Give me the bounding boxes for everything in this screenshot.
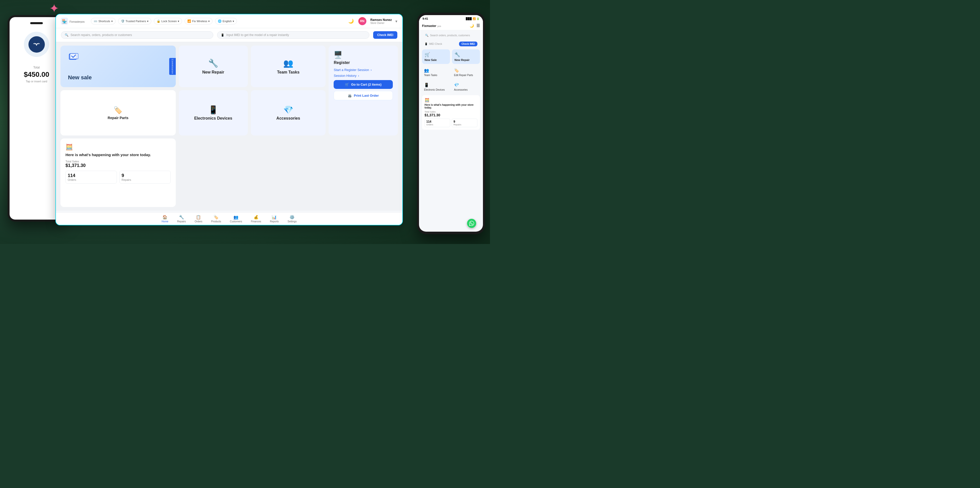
wifi-icon: 📶 [473,17,476,20]
mobile-app-name: Fixmaster [422,24,436,28]
nav-orders[interactable]: 📋 Orders [195,215,202,223]
print-icon: 🖨️ [348,94,352,97]
go-to-cart-button[interactable]: 🛒 Go to Cart (2 items) [334,80,393,89]
user-menu-chevron[interactable]: ▾ [395,19,397,24]
chevron-down-icon: ▾ [111,20,113,23]
desktop-header: 🏪 Fixmasterpos ⌨️ Shortcuts ▾ 🛡️ Trusted… [56,14,402,28]
orders-count: 114 [68,173,115,178]
register-label: Register [334,60,393,65]
nav-reports[interactable]: 📊 Reports [270,215,279,223]
mobile-check-imei-button[interactable]: Check IMEI [459,41,477,46]
mobile-moon-icon[interactable]: 🌙 [469,24,474,28]
shortcuts-icon: ⌨️ [94,19,97,23]
finances-icon: 💰 [254,215,259,219]
nav-finances[interactable]: 💰 Finances [251,215,261,223]
start-register-session-link[interactable]: Start a Register Session › [334,68,393,72]
pos-signal-icon [29,36,45,52]
mobile-imei-icon: 📱 [425,43,428,45]
shortcuts-button[interactable]: ⌨️ Shortcuts ▾ [91,18,115,24]
electronics-icon: 📱 [208,105,218,114]
mobile-imei-row: 📱 IMEI Check Check IMEI [422,41,480,47]
mobile-app-suffix: pos [438,25,441,27]
mobile-team-tasks-icon: 👥 [424,68,429,73]
total-sales-value: $1,371.30 [65,163,171,168]
repairs-stat: 9 Repairs [119,171,171,184]
mobile-screen: 9:41 ▉▉▉ 📶 🔋 Fixmaster pos 🌙 ☰ 🔍 Search … [419,15,483,232]
repairs-label: Repairs [122,178,169,181]
pos-total-label: Total [33,66,40,69]
trusted-partners-button[interactable]: 🛡️ Trusted Partners ▾ [118,18,151,24]
new-repair-label: New Repair [202,70,224,75]
lock-icon: 🔒 [157,19,161,23]
register-icon: 🖥️ [334,51,393,59]
repair-parts-icon: 🏷️ [114,106,123,114]
mobile-menu-icon[interactable]: ☰ [476,23,480,28]
stats-icon: 🧮 [65,143,171,151]
mobile-accessories-shortcut[interactable]: 💎 Accessories [452,81,480,93]
mobile-repairs-count: 9 [453,120,476,123]
battery-icon: 🔋 [476,17,479,20]
orders-stat: 114 Orders [65,171,117,184]
logo-text: Fixmasterpos [70,19,84,24]
mobile-phone: 9:41 ▉▉▉ 📶 🔋 Fixmaster pos 🌙 ☰ 🔍 Search … [417,13,485,234]
search-box[interactable]: 🔍 Search repairs, orders, products or cu… [61,31,213,39]
user-name: Ramses Nunez [371,18,392,22]
sparkle-decoration: ✦ [49,3,62,15]
fix-wireless-button[interactable]: 📶 Fix Wireless ▾ [185,18,213,24]
mobile-electronic-devices-icon: 📱 [424,83,429,87]
check-imei-button[interactable]: Check IMEI [373,31,397,39]
mobile-new-sale-shortcut[interactable]: 🛒 New Sale [422,49,450,64]
mobile-electronic-devices-shortcut[interactable]: 📱 Electronic Devices [422,81,450,93]
mobile-signal: ▉▉▉ 📶 🔋 [466,17,479,20]
nav-repairs[interactable]: 🔧 Repairs [177,215,186,223]
desktop-ui: 🏪 Fixmasterpos ⌨️ Shortcuts ▾ 🛡️ Trusted… [56,14,403,226]
nav-settings[interactable]: ⚙️ Settings [288,215,297,223]
orders-label: Orders [68,178,115,181]
new-repair-icon: 🔧 [208,59,218,68]
mobile-status-bar: 9:41 ▉▉▉ 📶 🔋 [419,15,483,21]
new-repair-card[interactable]: 🔧 New Repair [179,46,248,87]
search-icon: 🔍 [65,33,68,37]
mobile-repairs-label: Repairs [453,123,476,126]
mobile-repairs-stat: 9 Repairs [452,119,477,127]
settings-icon: ⚙️ [290,215,294,219]
bottom-nav: 🏠 Home 🔧 Repairs 📋 Orders 🏷️ Products 👥 … [56,212,402,225]
nav-customers[interactable]: 👥 Customers [230,215,242,223]
whatsapp-button[interactable] [467,219,476,228]
mobile-search[interactable]: 🔍 Search orders, products, customers [422,32,480,38]
nav-home[interactable]: 🏠 Home [162,215,169,223]
language-icon: 🌐 [218,19,221,23]
commission-tab[interactable]: Commission [169,58,176,75]
stats-heading: Here is what's happening with your store… [65,153,171,157]
mobile-team-tasks-shortcut[interactable]: 👥 Team Tasks [422,66,450,79]
new-sale-card[interactable]: New sale Commission [60,46,176,87]
session-history-link[interactable]: Session History › [334,74,393,78]
register-card: 🖥️ Register Start a Register Session › S… [329,46,398,135]
accessories-card[interactable]: 💎 Accessories [251,90,326,135]
mobile-header: Fixmaster pos 🌙 ☰ [419,21,483,30]
mobile-orders-stat: 114 Orders [425,119,450,127]
customers-icon: 👥 [234,215,239,219]
mobile-accessories-icon: 💎 [454,83,459,87]
chevron-down-icon: ▾ [147,20,149,23]
mobile-logo: Fixmaster pos [422,24,441,28]
team-tasks-card[interactable]: 👥 Team Tasks [251,46,326,87]
nav-products[interactable]: 🏷️ Products [211,215,221,223]
dark-mode-icon[interactable]: 🌙 [348,18,354,24]
mobile-shortcuts-primary: 🛒 New Sale 🔧 New Repair [419,49,483,66]
electronics-devices-card[interactable]: 📱 Electronics Devices [179,90,248,135]
language-button[interactable]: 🌐 English ▾ [215,18,237,24]
imei-icon: 📱 [221,33,224,37]
user-role: Store Owner [371,22,392,24]
logo-icon: 🏪 [61,17,68,25]
imei-input[interactable]: 📱 Input IMEI to get the model of a repai… [217,31,369,39]
pos-tap-label: Tap or insert card [26,80,47,83]
print-last-order-button[interactable]: 🖨️ Print Last Order [334,91,393,100]
repair-parts-card[interactable]: 🏷️ Repair Parts [60,90,176,135]
mobile-new-repair-shortcut[interactable]: 🔧 New Repair [452,49,480,64]
mobile-new-repair-icon: 🔧 [455,52,460,57]
mobile-repair-parts-shortcut[interactable]: 🏷️ Edit Repair Parts [452,66,480,79]
logo: 🏪 Fixmasterpos [61,17,84,25]
lock-screen-button[interactable]: 🔒 Lock Screen ▾ [154,18,182,24]
mobile-shortcuts-secondary: 👥 Team Tasks 🏷️ Edit Repair Parts 📱 Elec… [419,66,483,95]
